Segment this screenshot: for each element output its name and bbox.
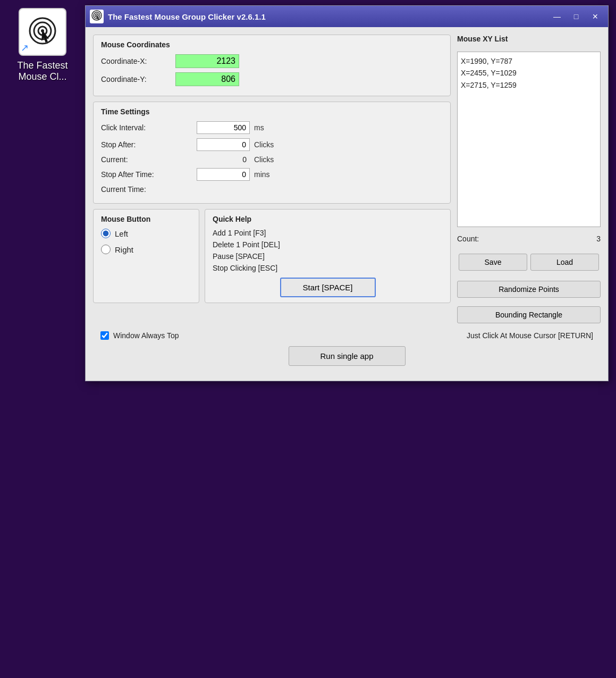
help-item-0: Add 1 Point [F3] (213, 229, 443, 237)
left-panel: Mouse Coordinates Coordinate-X: Coordina… (93, 35, 451, 325)
help-item-3: Stop Clicking [ESC] (213, 264, 443, 272)
run-single-app-button[interactable]: Run single app (289, 346, 406, 366)
maximize-button[interactable]: □ (568, 10, 585, 23)
stop-after-unit: Clicks (254, 140, 278, 149)
app-icon (28, 16, 57, 48)
click-interval-input[interactable] (197, 121, 250, 134)
click-interval-row: Click Interval: ms (101, 121, 443, 134)
xy-list-title: Mouse XY List (457, 35, 601, 43)
stop-after-time-row: Stop After Time: mins (101, 168, 443, 181)
xy-list-box: X=1990, Y=787 X=2455, Y=1029 X=2715, Y=1… (457, 52, 601, 227)
title-app-icon (91, 10, 102, 23)
coord-y-row: Coordinate-Y: (101, 72, 443, 86)
coord-y-input[interactable] (175, 72, 239, 86)
click-interval-unit: ms (254, 123, 278, 132)
titlebar-icon (90, 10, 104, 23)
mouse-button-title: Mouse Button (101, 215, 191, 223)
window-title: The Fastest Mouse Group Clicker v2.6.1.1 (108, 12, 549, 21)
close-button[interactable]: ✕ (587, 10, 604, 23)
titlebar-controls: — □ ✕ (549, 10, 604, 23)
radio-left-label: Left (115, 229, 128, 238)
coord-x-row: Coordinate-X: (101, 54, 443, 68)
icon-box: ↗ (19, 8, 66, 56)
radio-right-row[interactable]: Right (101, 245, 191, 254)
always-top-label[interactable]: Window Always Top (100, 331, 179, 340)
load-button[interactable]: Load (530, 254, 599, 271)
quick-help-title: Quick Help (213, 215, 443, 223)
always-top-checkbox[interactable] (100, 331, 109, 340)
icon-label: The Fastest Mouse Cl... (17, 60, 67, 82)
save-button[interactable]: Save (459, 254, 527, 271)
main-layout: Mouse Coordinates Coordinate-X: Coordina… (93, 35, 601, 325)
help-item-2: Pause [SPACE] (213, 252, 443, 261)
quick-help-section: Quick Help Add 1 Point [F3] Delete 1 Poi… (205, 209, 451, 303)
radio-left-row[interactable]: Left (101, 229, 191, 238)
stop-after-time-input[interactable] (197, 168, 250, 181)
start-button[interactable]: Start [SPACE] (280, 278, 376, 297)
current-unit: Clicks (254, 155, 278, 164)
save-load-row: Save Load (457, 252, 601, 272)
click-interval-label: Click Interval: (101, 123, 197, 132)
current-value: 0 (197, 155, 250, 164)
mouse-button-section: Mouse Button Left Right (93, 209, 199, 303)
bounding-rectangle-button[interactable]: Bounding Rectangle (457, 306, 601, 323)
arrow-badge: ↗ (21, 42, 29, 54)
stop-after-time-label: Stop After Time: (101, 170, 197, 179)
main-window: The Fastest Mouse Group Clicker v2.6.1.1… (85, 5, 609, 381)
coord-x-label: Coordinate-X: (101, 57, 175, 65)
window-content: Mouse Coordinates Coordinate-X: Coordina… (86, 27, 608, 381)
mouse-coordinates-title: Mouse Coordinates (101, 40, 443, 49)
bottom-section: Mouse Button Left Right Quick Help Add 1… (93, 209, 451, 303)
count-label: Count: (457, 235, 479, 243)
randomize-button[interactable]: Randomize Points (457, 281, 601, 298)
count-value: 3 (596, 235, 601, 243)
coord-x-input[interactable] (175, 54, 239, 68)
desktop-icon[interactable]: ↗ The Fastest Mouse Cl... (0, 0, 85, 90)
time-settings-section: Time Settings Click Interval: ms Stop Af… (93, 102, 451, 204)
radio-right-label: Right (115, 245, 133, 254)
always-top-text: Window Always Top (113, 331, 179, 340)
current-time-row: Current Time: (101, 185, 443, 194)
radio-right[interactable] (101, 245, 111, 254)
current-row: Current: 0 Clicks (101, 155, 443, 164)
coord-y-label: Coordinate-Y: (101, 75, 175, 83)
right-panel: Mouse XY List X=1990, Y=787 X=2455, Y=10… (457, 35, 601, 325)
just-click-label: Just Click At Mouse Cursor [RETURN] (467, 331, 593, 340)
current-time-label: Current Time: (101, 185, 197, 194)
count-row: Count: 3 (457, 232, 601, 245)
radio-left[interactable] (101, 229, 111, 238)
stop-after-input[interactable] (197, 138, 250, 151)
titlebar: The Fastest Mouse Group Clicker v2.6.1.1… (86, 6, 608, 27)
minimize-button[interactable]: — (549, 10, 566, 23)
mouse-coordinates-section: Mouse Coordinates Coordinate-X: Coordina… (93, 35, 451, 96)
stop-after-time-unit: mins (254, 170, 278, 179)
stop-after-row: Stop After: Clicks (101, 138, 443, 151)
bottom-bar: Window Always Top Just Click At Mouse Cu… (93, 325, 601, 346)
stop-after-label: Stop After: (101, 140, 197, 149)
help-item-1: Delete 1 Point [DEL] (213, 240, 443, 249)
current-label: Current: (101, 155, 197, 164)
time-settings-title: Time Settings (101, 107, 443, 116)
